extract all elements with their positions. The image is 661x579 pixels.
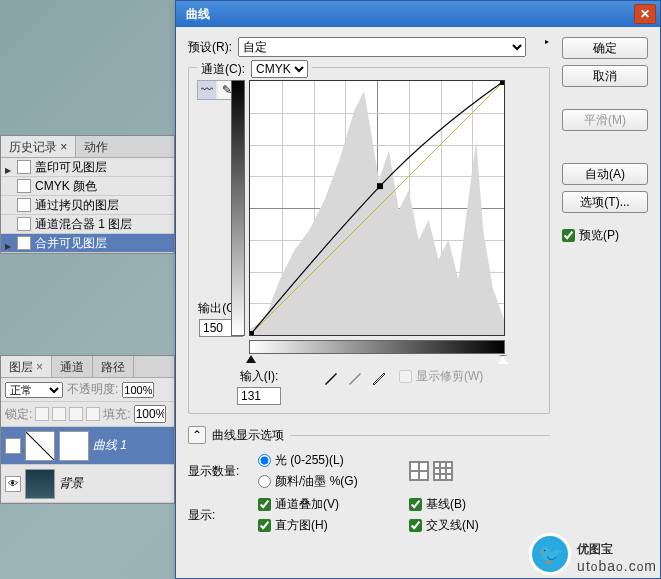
dialog-title: 曲线: [186, 6, 210, 23]
chk-channel-overlay[interactable]: 通道叠加(V): [258, 496, 399, 513]
layer-name: 曲线 1: [93, 437, 127, 454]
preset-label: 预设(R):: [188, 39, 232, 56]
tab-actions[interactable]: 动作: [76, 136, 116, 157]
history-item[interactable]: 通过拷贝的图层: [1, 196, 174, 215]
tab-channels[interactable]: 通道: [52, 356, 93, 377]
layer-item-curves[interactable]: 曲线 1: [1, 427, 174, 465]
history-item[interactable]: 通道混合器 1 图层: [1, 215, 174, 234]
chk-baseline[interactable]: 基线(B): [409, 496, 550, 513]
curve-point-tool[interactable]: 〰: [198, 81, 216, 99]
lock-all-icon[interactable]: [86, 407, 100, 421]
expand-options-button[interactable]: ⌃: [188, 426, 206, 444]
layer-name: 背景: [59, 475, 83, 492]
white-point-slider[interactable]: [498, 355, 508, 364]
dialog-titlebar[interactable]: 曲线 ✕: [176, 1, 660, 27]
history-item-selected[interactable]: 合并可见图层: [1, 234, 174, 253]
history-item[interactable]: CMYK 颜色: [1, 177, 174, 196]
layer-mask-icon: [59, 431, 89, 461]
channel-label: 通道(C):: [201, 61, 245, 78]
black-eyedropper-icon[interactable]: [321, 368, 341, 388]
history-tabs: 历史记录 × 动作: [1, 136, 174, 158]
layers-panel: 图层× 通道 路径 正常 不透明度: 锁定: 填充: 曲线 1 背景: [0, 355, 175, 504]
grid-9-icon[interactable]: [433, 461, 453, 481]
close-button[interactable]: ✕: [634, 4, 656, 24]
layer-item-background[interactable]: 背景: [1, 465, 174, 503]
grid-4-icon[interactable]: [409, 461, 429, 481]
fill-label: 填充:: [103, 406, 130, 423]
svg-rect-2: [500, 81, 504, 85]
opacity-label: 不透明度:: [67, 381, 118, 398]
input-input[interactable]: [237, 387, 281, 405]
tab-paths[interactable]: 路径: [93, 356, 134, 377]
layer-icon: [17, 198, 31, 212]
radio-light[interactable]: 光 (0-255)(L): [258, 452, 399, 469]
preset-select[interactable]: 自定: [238, 37, 526, 57]
input-gradient[interactable]: [249, 340, 505, 354]
layer-thumb-icon: [25, 431, 55, 461]
layer-icon: [17, 236, 31, 250]
show-clipping-checkbox[interactable]: 显示修剪(W): [399, 368, 483, 385]
ok-button[interactable]: 确定: [562, 37, 648, 59]
gray-eyedropper-icon[interactable]: [345, 368, 365, 388]
chk-histogram[interactable]: 直方图(H): [258, 517, 399, 534]
black-point-slider[interactable]: [246, 355, 256, 363]
lock-label: 锁定:: [5, 406, 32, 423]
curves-chart[interactable]: [249, 80, 505, 336]
history-panel: 历史记录 × 动作 盖印可见图层 CMYK 颜色 通过拷贝的图层 通道混合器 1…: [0, 135, 175, 254]
curve-line: [250, 81, 504, 335]
lock-transparent-icon[interactable]: [35, 407, 49, 421]
smooth-button: 平滑(M): [562, 109, 648, 131]
watermark-cn: 优图宝: [577, 535, 613, 557]
lock-position-icon[interactable]: [69, 407, 83, 421]
svg-rect-0: [377, 183, 383, 189]
tab-layers[interactable]: 图层×: [1, 356, 52, 377]
tab-history[interactable]: 历史记录 ×: [1, 136, 76, 157]
watermark: 优图宝 utobao.com: [529, 533, 657, 575]
visibility-icon[interactable]: [5, 476, 21, 492]
opacity-input[interactable]: [122, 382, 154, 398]
channel-select[interactable]: CMYK: [251, 60, 308, 78]
visibility-icon[interactable]: [5, 438, 21, 454]
layer-icon: [17, 160, 31, 174]
output-gradient: [231, 80, 245, 336]
bird-icon: [529, 533, 571, 575]
lock-image-icon[interactable]: [52, 407, 66, 421]
radio-ink[interactable]: 颜料/油墨 %(G): [258, 473, 399, 490]
blend-mode-select[interactable]: 正常: [5, 382, 63, 398]
eyedroppers: [321, 368, 389, 388]
chk-intersection[interactable]: 交叉线(N): [409, 517, 550, 534]
svg-rect-1: [250, 331, 254, 335]
preview-checkbox[interactable]: 预览(P): [562, 227, 648, 244]
fill-input[interactable]: [134, 405, 166, 423]
channel-fieldset: 通道(C): CMYK 〰 ✎ 输出(O):: [188, 67, 550, 414]
curve-display-options-label: 曲线显示选项: [212, 427, 284, 444]
show-label: 显示:: [188, 507, 248, 524]
input-label: 输入(I):: [240, 368, 279, 385]
cancel-button[interactable]: 取消: [562, 65, 648, 87]
curves-dialog: 曲线 ✕ 预设(R): 自定 通道(C): CMYK 〰 ✎: [175, 0, 661, 579]
auto-button[interactable]: 自动(A): [562, 163, 648, 185]
white-eyedropper-icon[interactable]: [369, 368, 389, 388]
preset-menu-icon[interactable]: [532, 40, 550, 54]
layers-tabs: 图层× 通道 路径: [1, 356, 174, 378]
layer-icon: [17, 217, 31, 231]
watermark-en: utobao.com: [577, 558, 657, 574]
layer-thumb-icon: [25, 469, 55, 499]
options-button[interactable]: 选项(T)...: [562, 191, 648, 213]
layer-icon: [17, 179, 31, 193]
history-item[interactable]: 盖印可见图层: [1, 158, 174, 177]
amount-label: 显示数量:: [188, 463, 248, 480]
history-list: 盖印可见图层 CMYK 颜色 通过拷贝的图层 通道混合器 1 图层 合并可见图层: [1, 158, 174, 253]
